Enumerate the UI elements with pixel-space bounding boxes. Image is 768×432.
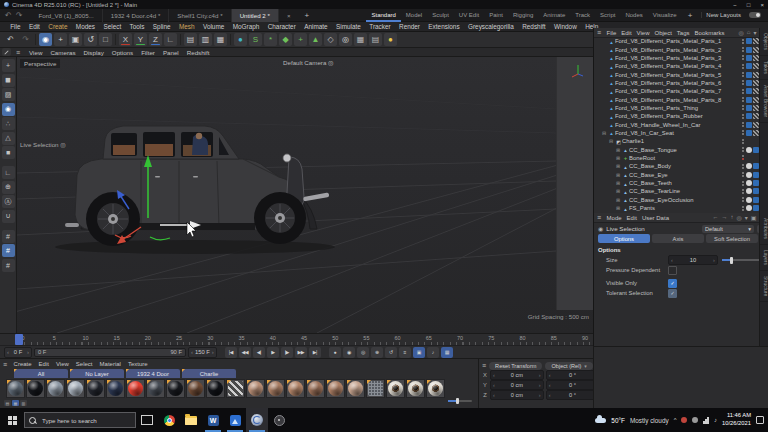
character-icon[interactable]: ▲ [309, 33, 322, 46]
object-row[interactable]: FS_Pants [594, 204, 760, 212]
viewport-burger-icon[interactable]: ≡ [16, 49, 20, 56]
position-field[interactable]: ‹0 cm› [490, 390, 544, 401]
layout-tab[interactable]: Nodes [620, 9, 647, 22]
network-icon[interactable] [703, 417, 709, 424]
material-swatch[interactable] [386, 379, 405, 398]
render-view-icon[interactable]: ▤ [184, 33, 197, 46]
object-tags[interactable] [746, 63, 760, 69]
max-dec-icon[interactable]: ‹ [191, 349, 193, 355]
attribute-menu-item[interactable]: Edit [624, 215, 639, 221]
visibility-dots[interactable] [742, 114, 744, 119]
material-swatch[interactable] [206, 379, 225, 398]
enable-axis-icon[interactable]: ⊕ [2, 181, 15, 194]
record-parameter-icon[interactable]: ≡ [399, 347, 411, 358]
menu-item[interactable]: Tracker [365, 23, 395, 30]
toolbar-sep-2[interactable] [114, 33, 117, 46]
model-mode-icon[interactable]: ◼ [2, 74, 15, 87]
axis-workplane-icon[interactable]: ∟ [2, 166, 15, 179]
materials-burger-icon[interactable]: ≡ [3, 361, 7, 368]
photos-taskbar-button[interactable] [224, 408, 246, 432]
visibility-dots[interactable] [742, 189, 744, 194]
search-input[interactable] [40, 416, 131, 425]
move-tool-icon[interactable]: + [54, 33, 67, 46]
material-swatch[interactable] [346, 379, 365, 398]
live-selection-icon[interactable]: ◉ [39, 33, 52, 46]
object-row[interactable]: Ford_V8_Different_Parts_Rubber [594, 112, 760, 120]
record-scale-icon[interactable]: ⊕ [371, 347, 383, 358]
object-menu-item[interactable]: Edit [619, 30, 634, 36]
scale-tool-icon[interactable]: ▣ [69, 33, 82, 46]
object-row[interactable]: Ford_V8_In_Car_Seat [594, 129, 760, 137]
spline-pen-icon[interactable]: S [249, 33, 262, 46]
goto-start-button[interactable]: |◀ [225, 347, 237, 358]
object-tags[interactable] [746, 138, 760, 144]
simulate-icon[interactable]: ● [234, 33, 247, 46]
material-swatch[interactable] [166, 379, 185, 398]
frame-inc-icon[interactable]: › [27, 349, 29, 355]
object-row[interactable]: Ford_V8_Handle_Wheel_In_Car [594, 120, 760, 128]
quantize-icon[interactable]: # [2, 259, 15, 272]
material-swatch[interactable] [86, 379, 105, 398]
add-layout-button[interactable]: + [682, 11, 699, 20]
document-tab[interactable]: 1932 4 Door.c4d * [103, 9, 170, 22]
close-button[interactable]: × [760, 2, 764, 8]
minimize-button[interactable]: − [733, 2, 737, 8]
menu-item[interactable]: Select [99, 23, 125, 30]
object-tags[interactable] [746, 155, 760, 161]
attribute-tab[interactable]: Options [598, 234, 650, 243]
visibility-dots[interactable] [742, 122, 744, 127]
layout-tab[interactable]: Track [570, 9, 595, 22]
maximize-button[interactable]: □ [747, 2, 751, 8]
edges-mode-icon[interactable]: △ [2, 132, 15, 145]
material-layer-tab[interactable]: All [14, 369, 68, 378]
object-menu-item[interactable]: View [634, 30, 652, 36]
search-icon[interactable]: ◎ [735, 214, 743, 221]
object-tags[interactable] [746, 113, 760, 119]
layout-tab[interactable]: Sculpt [427, 9, 454, 22]
snap-enable-icon[interactable]: # [2, 244, 15, 257]
timeline-playhead[interactable] [15, 334, 23, 345]
visibility-dots[interactable] [742, 72, 744, 77]
preset-dropdown[interactable]: Default ▾ [702, 225, 754, 233]
next-key-button[interactable]: ▶▶ [295, 347, 307, 358]
object-row[interactable]: Ford_V8_Different_Parts_Metal_Parts_4 [594, 62, 760, 70]
object-menu-item[interactable]: File [604, 30, 619, 36]
toolbar-sep-3[interactable] [179, 33, 182, 46]
viewport-camera-label[interactable]: Default Camera ◎ [283, 59, 333, 66]
max-inc-icon[interactable]: › [212, 349, 214, 355]
position-field[interactable]: ‹0 cm› [490, 380, 544, 391]
material-swatch[interactable] [306, 379, 325, 398]
volume-icon[interactable]: ◆ [279, 33, 292, 46]
visibility-dots[interactable] [742, 147, 744, 152]
tray-app2-icon[interactable] [692, 417, 698, 423]
play-button[interactable]: ▶ [267, 347, 279, 358]
layout-tab[interactable]: Standard [366, 9, 400, 22]
record-rotation-icon[interactable]: ↺ [385, 347, 397, 358]
object-row[interactable]: CC_Base_Tongue [594, 145, 760, 153]
coords-mode-dropdown[interactable]: Object (Rel)▾ [545, 362, 592, 370]
materials-menu-item[interactable]: View [53, 361, 71, 367]
sound-toggle-icon[interactable]: ♪ [427, 347, 439, 358]
task-view-button[interactable] [136, 408, 158, 432]
menu-item[interactable]: Spline [149, 23, 175, 30]
layout-tab[interactable]: Script [595, 9, 620, 22]
object-row[interactable]: Ford_V8_Different_Parts_Metal_Parts_8 [594, 95, 760, 103]
tray-chevron-icon[interactable]: ^ [674, 417, 677, 423]
object-row[interactable]: Charlie1 [594, 137, 760, 145]
menu-item[interactable]: Simulate [332, 23, 365, 30]
materials-menu-item[interactable]: Texture [125, 361, 150, 367]
object-row[interactable]: Ford_V8_Different_Parts_Metal_Parts_7 [594, 87, 760, 95]
object-tags[interactable] [746, 122, 760, 128]
visibility-dots[interactable] [742, 181, 744, 186]
menu-item[interactable]: Redshift [518, 23, 550, 30]
rotation-field[interactable]: ‹0 °› [546, 370, 600, 381]
menu-item[interactable]: Edit [25, 23, 44, 30]
compact-view-icon[interactable]: ▥ [20, 400, 27, 406]
menu-item[interactable]: Mesh [175, 23, 199, 30]
menu-item[interactable]: Window [550, 23, 581, 30]
menu-item[interactable]: Animate [300, 23, 332, 30]
viewport-menu-item[interactable]: Filter [137, 49, 159, 56]
light-icon[interactable]: ● [384, 33, 397, 46]
render-settings-icon[interactable]: ▦ [214, 33, 227, 46]
object-row[interactable]: Ford_V8_Different_Parts_Metal_Parts_3 [594, 54, 760, 62]
